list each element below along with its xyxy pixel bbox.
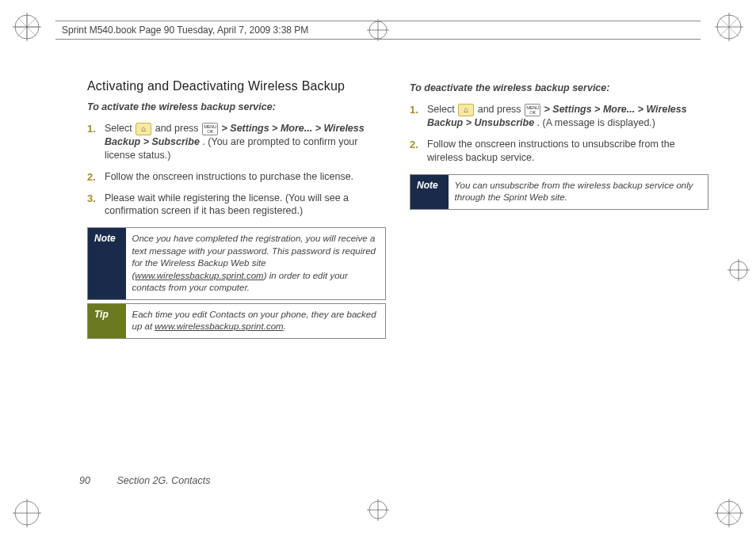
step-number: 2. bbox=[87, 170, 96, 184]
note-label: Note bbox=[88, 228, 126, 300]
step-number: 2. bbox=[410, 138, 418, 152]
step-text: Follow the onscreen instructions to purc… bbox=[105, 171, 353, 182]
tip-label: Tip bbox=[88, 303, 126, 338]
step-text: Select bbox=[105, 123, 135, 134]
left-column: Activating and Deactivating Wireless Bac… bbox=[87, 79, 386, 477]
step-text: . (A message is displayed.) bbox=[537, 117, 655, 128]
activate-steps: 1. Select ⌂ and press MENU OK > Settings… bbox=[87, 122, 386, 218]
section-title: Activating and Deactivating Wireless Bac… bbox=[87, 79, 386, 93]
running-header: Sprint M540.book Page 90 Tuesday, April … bbox=[55, 21, 701, 40]
home-key-icon: ⌂ bbox=[136, 123, 151, 135]
list-item: 2. Follow the onscreen instructions to u… bbox=[427, 138, 708, 165]
tip-url: www.wirelessbackup.sprint.com bbox=[155, 321, 283, 331]
deactivate-subhead: To deactivate the wireless backup servic… bbox=[410, 82, 708, 93]
page-body: Activating and Deactivating Wireless Bac… bbox=[87, 79, 708, 477]
crop-mark-icon bbox=[715, 499, 743, 527]
list-item: 1. Select ⌂ and press MENU OK > Settings… bbox=[105, 122, 386, 162]
tip-body: Each time you edit Contacts on your phon… bbox=[126, 303, 386, 338]
step-text: Please wait while registering the licens… bbox=[105, 192, 349, 217]
crop-center-icon bbox=[367, 499, 389, 521]
crop-mark-icon bbox=[13, 499, 41, 527]
crop-mark-icon bbox=[13, 13, 41, 41]
step-text: and press bbox=[155, 123, 201, 134]
tip-text: . bbox=[284, 321, 286, 331]
menu-ok-key-icon: MENU OK bbox=[525, 104, 540, 116]
note-url: www.wirelessbackup.sprint.com bbox=[135, 271, 263, 280]
page-footer: 90 Section 2G. Contacts bbox=[79, 475, 211, 486]
deactivate-steps: 1. Select ⌂ and press MENU OK > Settings… bbox=[410, 103, 708, 165]
list-item: 1. Select ⌂ and press MENU OK > Settings… bbox=[427, 103, 708, 130]
step-number: 3. bbox=[87, 192, 96, 206]
note-box: Note Once you have completed the registr… bbox=[87, 227, 386, 300]
menu-ok-key-icon: MENU OK bbox=[202, 123, 218, 135]
tip-box: Tip Each time you edit Contacts on your … bbox=[87, 303, 386, 339]
step-number: 1. bbox=[87, 122, 96, 136]
list-item: 2. Follow the onscreen instructions to p… bbox=[105, 170, 386, 184]
step-text: Follow the onscreen instructions to unsu… bbox=[427, 139, 675, 163]
right-column: To deactivate the wireless backup servic… bbox=[410, 79, 708, 477]
page-number: 90 bbox=[79, 475, 90, 486]
note-body: You can unsubscribe from the wireless ba… bbox=[449, 174, 708, 209]
note-box: Note You can unsubscribe from the wirele… bbox=[410, 174, 708, 210]
note-label: Note bbox=[410, 174, 449, 209]
step-text: Select bbox=[427, 104, 457, 115]
section-label: Section 2G. Contacts bbox=[116, 475, 210, 486]
note-body: Once you have completed the registration… bbox=[126, 228, 386, 300]
list-item: 3. Please wait while registering the lic… bbox=[105, 192, 386, 219]
running-header-text: Sprint M540.book Page 90 Tuesday, April … bbox=[62, 25, 308, 36]
home-key-icon: ⌂ bbox=[458, 104, 474, 116]
step-number: 1. bbox=[410, 103, 418, 117]
activate-subhead: To activate the wireless backup service: bbox=[87, 101, 386, 112]
step-text: and press bbox=[478, 104, 524, 115]
crop-side-icon bbox=[727, 259, 750, 281]
crop-mark-icon bbox=[715, 13, 743, 41]
